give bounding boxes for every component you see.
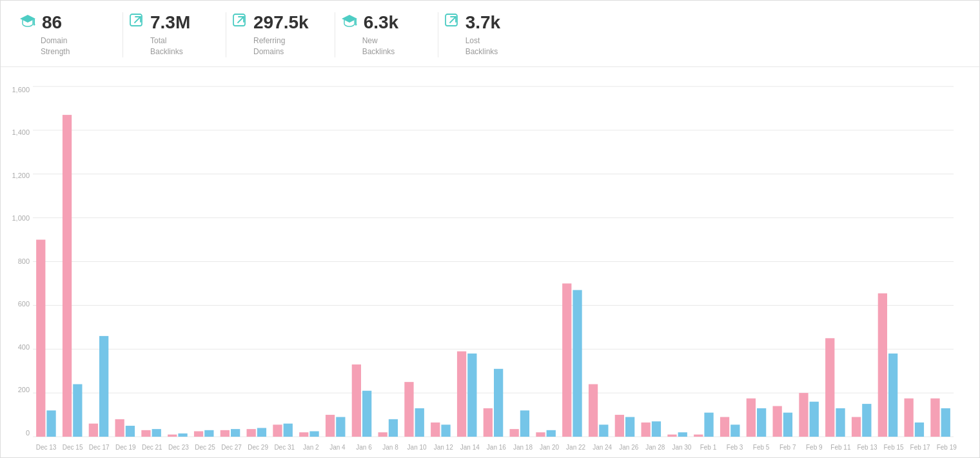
dashboard-container: 86DomainStrength 7.3MTotalBacklinks 297.… <box>0 0 980 458</box>
svg-line-6 <box>238 17 244 23</box>
x-axis-label: Feb 17 <box>907 444 934 451</box>
y-axis-label: 800 <box>4 258 30 265</box>
x-axis-label: Dec 27 <box>219 444 245 451</box>
x-axis-label: Feb 13 <box>854 444 880 451</box>
total-backlinks-label: TotalBacklinks <box>150 35 183 57</box>
y-axis-label: 600 <box>4 301 30 308</box>
x-axis-label: Jan 22 <box>563 444 589 451</box>
x-axis-label: Dec 15 <box>59 444 86 451</box>
x-axis-label: Feb 11 <box>827 444 854 451</box>
y-axis-label: 200 <box>4 386 30 393</box>
new-backlinks-icon <box>342 14 357 32</box>
domain-strength-value: 86 <box>42 12 62 33</box>
referring-domains-icon <box>233 14 247 32</box>
stat-item-domain-strength: 86DomainStrength <box>20 12 123 57</box>
x-axis-label: Dec 17 <box>86 444 112 451</box>
x-axis-label: Jan 10 <box>404 444 430 451</box>
y-axis-label: 1,000 <box>4 215 30 222</box>
x-axis-labels: Dec 13Dec 15Dec 17Dec 19Dec 21Dec 23Dec … <box>33 440 960 451</box>
lost-backlinks-icon <box>445 14 459 32</box>
x-axis-label: Jan 2 <box>298 444 324 451</box>
stat-item-total-backlinks: 7.3MTotalBacklinks <box>123 12 226 57</box>
chart-wrapper: 02004006008001,0001,2001,4001,600 <box>33 80 960 440</box>
y-axis-label: 1,600 <box>4 86 30 94</box>
x-axis-label: Feb 19 <box>934 444 960 451</box>
domain-strength-icon <box>20 14 35 32</box>
lost-backlinks-value: 3.7k <box>466 12 501 33</box>
x-axis-label: Dec 31 <box>271 444 298 451</box>
stat-item-referring-domains: 297.5kReferringDomains <box>226 12 335 57</box>
x-axis-label: Feb 3 <box>721 444 748 451</box>
total-backlinks-value: 7.3M <box>150 12 190 33</box>
x-axis-label: Feb 7 <box>774 444 801 451</box>
x-axis-label: Feb 9 <box>801 444 827 451</box>
x-axis-label: Feb 15 <box>881 444 907 451</box>
x-axis-label: Dec 23 <box>165 444 191 451</box>
svg-line-11 <box>450 17 456 23</box>
x-axis-label: Jan 30 <box>669 444 695 451</box>
x-axis-label: Jan 28 <box>642 444 669 451</box>
x-axis-label: Jan 26 <box>616 444 642 451</box>
svg-point-2 <box>34 24 35 26</box>
new-backlinks-label: NewBacklinks <box>362 35 395 57</box>
x-axis-label: Feb 5 <box>748 444 774 451</box>
x-axis-label: Dec 19 <box>112 444 139 451</box>
referring-domains-label: ReferringDomains <box>253 35 285 57</box>
x-axis-label: Jan 18 <box>509 444 536 451</box>
x-axis-label: Jan 6 <box>351 444 377 451</box>
stat-item-new-backlinks: 6.3kNewBacklinks <box>335 12 438 57</box>
x-axis-label: Jan 16 <box>483 444 509 451</box>
svg-point-9 <box>355 24 357 26</box>
x-axis-label: Jan 4 <box>324 444 351 451</box>
lost-backlinks-label: LostBacklinks <box>466 35 498 57</box>
x-axis-label: Dec 13 <box>33 444 59 451</box>
svg-line-4 <box>135 17 141 23</box>
domain-strength-label: DomainStrength <box>41 35 70 57</box>
y-axis-label: 1,200 <box>4 172 30 179</box>
y-axis-label: 400 <box>4 344 30 351</box>
x-axis-label: Jan 14 <box>456 444 483 451</box>
x-axis-label: Dec 29 <box>245 444 271 451</box>
y-axis-label: 0 <box>4 430 30 437</box>
x-axis-label: Dec 25 <box>191 444 218 451</box>
y-axis-label: 1,400 <box>4 129 30 136</box>
referring-domains-value: 297.5k <box>253 12 309 33</box>
stats-bar: 86DomainStrength 7.3MTotalBacklinks 297.… <box>1 1 979 67</box>
chart-area: 02004006008001,0001,2001,4001,600 Dec 13… <box>1 67 979 457</box>
x-axis-label: Jan 20 <box>536 444 562 451</box>
x-axis-label: Jan 24 <box>589 444 616 451</box>
x-axis-label: Feb 1 <box>695 444 721 451</box>
x-axis-label: Jan 12 <box>430 444 456 451</box>
x-axis-label: Dec 21 <box>139 444 165 451</box>
total-backlinks-icon <box>130 14 144 32</box>
stat-item-lost-backlinks: 3.7kLostBacklinks <box>438 12 542 57</box>
y-axis-labels: 02004006008001,0001,2001,4001,600 <box>4 86 30 437</box>
x-axis-label: Jan 8 <box>377 444 404 451</box>
new-backlinks-value: 6.3k <box>364 12 399 33</box>
